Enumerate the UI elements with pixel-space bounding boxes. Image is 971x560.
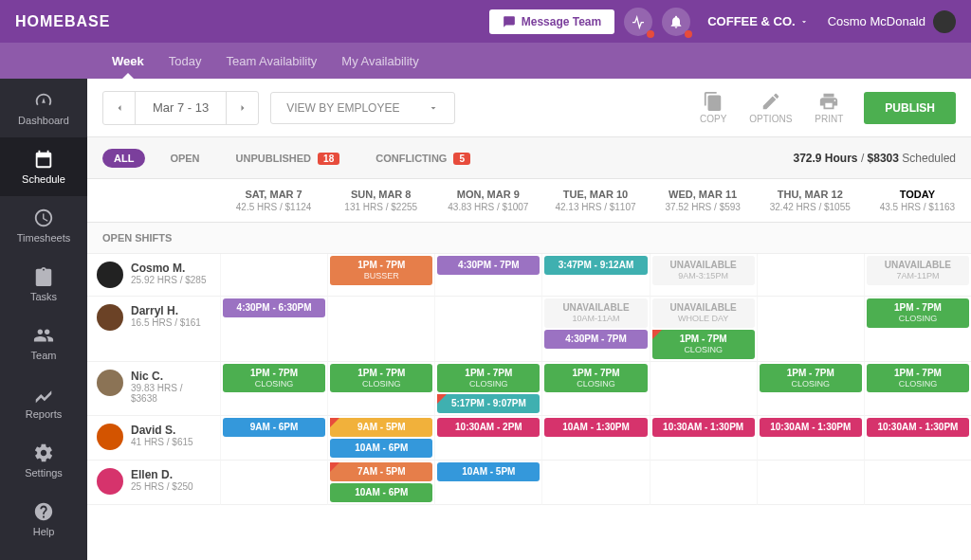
shift-cell[interactable]: UNAVAILABLEWHOLE DAY1PM - 7PMCLOSING [650, 297, 757, 362]
shift-cell[interactable]: 1PM - 7PMCLOSING [757, 362, 864, 417]
shift-cell[interactable]: 10:30AM - 1:30PM [864, 416, 971, 461]
shift-block[interactable]: 10:30AM - 2PM [437, 418, 540, 437]
shift-cell[interactable]: 4:30PM - 7PM [434, 254, 541, 297]
shift-cell[interactable]: 1PM - 7PMCLOSING [864, 297, 971, 362]
shift-cell[interactable] [650, 461, 757, 505]
employee-cell[interactable]: David S.41 HRS / $615 [87, 416, 220, 461]
shift-block[interactable]: UNAVAILABLEWHOLE DAY [652, 298, 755, 328]
activity-icon-button[interactable] [624, 8, 652, 36]
shift-cell[interactable]: UNAVAILABLE9AM-3:15PM [650, 254, 757, 297]
shift-cell[interactable]: 1PM - 7PMCLOSING [220, 362, 327, 417]
sidebar-item-reports[interactable]: Reports [0, 372, 87, 431]
shift-block[interactable]: 1PM - 7PMCLOSING [652, 330, 755, 359]
shift-cell[interactable]: UNAVAILABLE7AM-11PM [864, 254, 971, 297]
employee-cell[interactable]: Nic C.39.83 HRS / $3638 [87, 362, 220, 417]
shift-cell[interactable]: 1PM - 7PMCLOSING [327, 362, 434, 417]
sidebar-item-tasks[interactable]: Tasks [0, 255, 87, 314]
sidebar-item-schedule[interactable]: Schedule [0, 137, 87, 196]
shift-block[interactable]: UNAVAILABLE9AM-3:15PM [652, 256, 755, 285]
next-week-button[interactable] [226, 92, 258, 124]
employee-cell[interactable]: Ellen D.25 HRS / $250 [87, 461, 220, 505]
company-selector[interactable]: COFFEE & CO. [707, 14, 808, 28]
shift-cell[interactable]: 7AM - 5PM10AM - 6PM [327, 461, 434, 505]
filter-all[interactable]: ALL [102, 149, 145, 168]
shift-block[interactable]: 10AM - 5PM [437, 462, 540, 481]
shift-block[interactable]: 1PM - 7PMCLOSING [867, 298, 969, 328]
shift-cell[interactable] [757, 254, 864, 297]
shift-cell[interactable]: 1PM - 7PMCLOSING [541, 362, 649, 417]
shift-cell[interactable]: 10AM - 1:30PM [541, 416, 649, 461]
copy-button[interactable]: COPY [700, 91, 726, 124]
shift-block[interactable]: 1PM - 7PMCLOSING [330, 364, 432, 393]
shift-cell[interactable]: 10:30AM - 1:30PM [757, 416, 864, 461]
shift-cell[interactable]: 1PM - 7PMCLOSING [864, 362, 971, 417]
shift-block[interactable]: 1PM - 7PMBUSSER [330, 256, 432, 285]
shift-block[interactable]: 10:30AM - 1:30PM [760, 418, 862, 437]
shift-cell[interactable]: 9AM - 6PM [220, 416, 327, 461]
shift-cell[interactable] [220, 254, 327, 297]
options-button[interactable]: OPTIONS [749, 91, 792, 124]
print-button[interactable]: PRINT [815, 91, 843, 124]
date-range-label[interactable]: Mar 7 - 13 [136, 100, 226, 115]
prev-week-button[interactable] [103, 92, 136, 124]
filter-unpublished[interactable]: UNPUBLISHED 18 [225, 149, 352, 168]
shift-block[interactable]: 10:30AM - 1:30PM [867, 418, 969, 437]
shift-block[interactable]: 10AM - 1:30PM [544, 418, 647, 437]
filter-conflicting[interactable]: CONFLICTING 5 [364, 149, 482, 168]
filter-open[interactable]: OPEN [158, 149, 211, 168]
shift-cell[interactable]: 1PM - 7PMBUSSER [327, 254, 434, 297]
sidebar-item-help[interactable]: Help [0, 490, 87, 549]
shift-cell[interactable]: 1PM - 7PMCLOSING5:17PM - 9:07PM [434, 362, 541, 417]
shift-block[interactable]: UNAVAILABLE10AM-11AM [544, 298, 647, 328]
shift-block[interactable]: 1PM - 7PMCLOSING [544, 364, 647, 393]
user-menu[interactable]: Cosmo McDonald [828, 10, 956, 33]
shift-block[interactable]: 3:47PM - 9:12AM [544, 256, 647, 275]
shift-cell[interactable] [650, 362, 757, 417]
shift-cell[interactable] [757, 461, 864, 505]
shift-block[interactable]: 4:30PM - 7PM [544, 330, 647, 349]
shift-cell[interactable] [757, 297, 864, 362]
shift-block[interactable]: 5:17PM - 9:07PM [437, 394, 540, 413]
day-header: SAT, MAR 742.5 HRS / $1124 [220, 179, 327, 223]
shift-block[interactable]: 1PM - 7PMCLOSING [437, 364, 540, 393]
view-by-selector[interactable]: VIEW BY EMPLOYEE [270, 92, 455, 124]
employee-cell[interactable]: Darryl H.16.5 HRS / $161 [87, 297, 220, 362]
notifications-icon-button[interactable] [662, 8, 690, 36]
shift-cell[interactable]: 10:30AM - 2PM [434, 416, 541, 461]
shift-cell[interactable] [864, 461, 971, 505]
nav-my-availability[interactable]: My Availability [341, 45, 418, 78]
shift-cell[interactable]: UNAVAILABLE10AM-11AM4:30PM - 7PM [541, 297, 649, 362]
shift-block[interactable]: 4:30PM - 6:30PM [223, 298, 325, 317]
sidebar-item-dashboard[interactable]: Dashboard [0, 79, 87, 137]
shift-block[interactable]: 9AM - 5PM [330, 418, 432, 437]
unpublished-count-badge: 18 [318, 153, 339, 165]
shift-block[interactable]: 10AM - 6PM [330, 483, 432, 502]
shift-cell[interactable]: 10:30AM - 1:30PM [650, 416, 757, 461]
shift-cell[interactable]: 4:30PM - 6:30PM [220, 297, 327, 362]
shift-cell[interactable]: 3:47PM - 9:12AM [541, 254, 649, 297]
shift-cell[interactable]: 9AM - 5PM10AM - 6PM [327, 416, 434, 461]
shift-cell[interactable] [220, 461, 327, 505]
sidebar-item-settings[interactable]: Settings [0, 431, 87, 490]
publish-button[interactable]: PUBLISH [864, 92, 956, 124]
shift-cell[interactable] [327, 297, 434, 362]
shift-cell[interactable] [541, 461, 649, 505]
shift-block[interactable]: 4:30PM - 7PM [437, 256, 540, 275]
shift-cell[interactable]: 10AM - 5PM [434, 461, 541, 505]
shift-block[interactable]: 10:30AM - 1:30PM [652, 418, 755, 437]
sidebar-item-team[interactable]: Team [0, 314, 87, 372]
shift-block[interactable]: 10AM - 6PM [330, 439, 432, 458]
nav-today[interactable]: Today [169, 45, 202, 78]
shift-block[interactable]: 1PM - 7PMCLOSING [760, 364, 862, 393]
sidebar-item-timesheets[interactable]: Timesheets [0, 196, 87, 255]
nav-week[interactable]: Week [112, 45, 144, 78]
shift-block[interactable]: 9AM - 6PM [223, 418, 325, 437]
employee-cell[interactable]: Cosmo M.25.92 HRS / $285 [87, 254, 220, 297]
shift-block[interactable]: 1PM - 7PMCLOSING [867, 364, 969, 393]
shift-block[interactable]: 7AM - 5PM [330, 462, 432, 481]
shift-block[interactable]: 1PM - 7PMCLOSING [223, 364, 325, 393]
shift-block[interactable]: UNAVAILABLE7AM-11PM [867, 256, 969, 285]
nav-team-availability[interactable]: Team Availability [226, 45, 317, 78]
message-team-button[interactable]: Message Team [489, 9, 615, 34]
shift-cell[interactable] [434, 297, 541, 362]
